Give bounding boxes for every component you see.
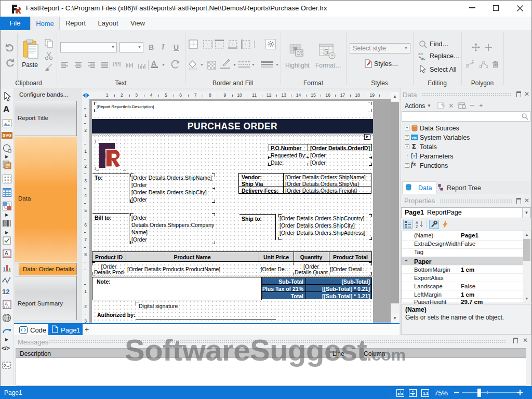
svg-text:ab: ab [418,51,423,56]
svg-text:ac: ac [421,56,425,60]
svg-text:Z: Z [416,225,418,229]
svg-text:5: 5 [324,47,329,57]
svg-text:A: A [5,250,8,256]
svg-text:A: A [416,221,418,224]
svg-text:A: A [5,301,8,307]
